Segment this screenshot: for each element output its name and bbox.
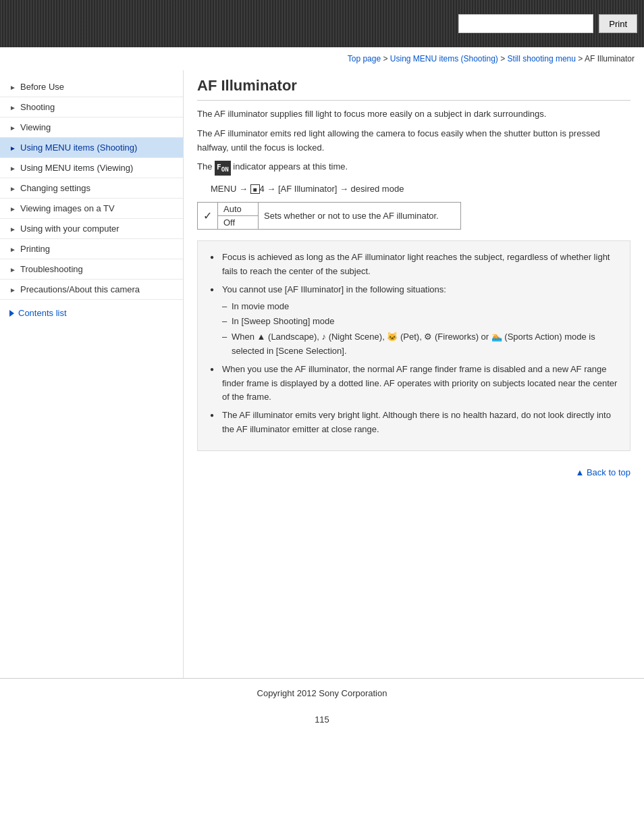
sidebar-item-label: Printing	[20, 244, 50, 254]
checkmark-icon: ✓	[203, 210, 212, 221]
breadcrumb-current: AF Illuminator	[585, 54, 635, 63]
note-sub-3: When ▲ (Landscape), ♪ (Night Scene), 🐱 (…	[222, 330, 618, 359]
chevron-right-icon: ►	[9, 165, 16, 172]
sidebar-item-using-computer[interactable]: ► Using with your computer	[0, 219, 183, 239]
header: Print	[0, 0, 644, 47]
back-to-top-link[interactable]: ▲ Back to top	[575, 467, 630, 477]
sidebar-item-label: Precautions/About this camera	[20, 284, 140, 294]
chevron-right-icon: ►	[9, 205, 16, 212]
copyright-text: Copyright 2012 Sony Corporation	[257, 688, 387, 698]
sidebar-item-viewing[interactable]: ► Viewing	[0, 118, 183, 138]
note-item-1: Focus is achieved as long as the AF illu…	[210, 251, 618, 279]
sidebar-item-viewing-tv[interactable]: ► Viewing images on a TV	[0, 199, 183, 219]
sidebar-item-label: Using MENU items (Shooting)	[20, 142, 137, 153]
sidebar-item-using-menu-shooting[interactable]: ► Using MENU items (Shooting)	[0, 138, 183, 158]
sidebar-item-troubleshooting[interactable]: ► Troubleshooting	[0, 259, 183, 280]
note-sub-1: In movie mode	[222, 300, 618, 314]
breadcrumb-using-menu[interactable]: Using MENU items (Shooting)	[390, 54, 498, 63]
back-to-top[interactable]: ▲ Back to top	[197, 462, 630, 483]
camera-icon: ■	[250, 184, 260, 194]
menu-path: MENU → ■4 → [AF Illuminator] → desired m…	[197, 184, 630, 194]
af-table: ✓ Auto Sets whether or not to use the AF…	[197, 202, 461, 230]
chevron-right-icon: ►	[9, 286, 16, 293]
footer: Copyright 2012 Sony Corporation	[0, 678, 644, 708]
sidebar-item-before-use[interactable]: ► Before Use	[0, 77, 183, 97]
sidebar-item-label: Shooting	[20, 102, 55, 112]
chevron-right-icon: ►	[9, 266, 16, 273]
sidebar-item-label: Troubleshooting	[20, 264, 83, 274]
chevron-right-icon: ►	[9, 226, 16, 232]
sidebar-item-label: Using with your computer	[20, 224, 119, 234]
note-box: Focus is achieved as long as the AF illu…	[197, 240, 630, 451]
sidebar-item-label: Viewing images on a TV	[20, 203, 115, 213]
intro-text-1: The AF illuminator supplies fill light t…	[197, 107, 630, 122]
option-auto: Auto	[218, 203, 259, 216]
breadcrumb-still-shooting[interactable]: Still shooting menu	[508, 54, 576, 63]
contents-list-label: Contents list	[18, 308, 67, 318]
option-off: Off	[218, 216, 259, 230]
sidebar-item-printing[interactable]: ► Printing	[0, 239, 183, 259]
sidebar-item-label: Viewing	[20, 122, 51, 132]
page-title: AF Illuminator	[197, 77, 630, 101]
arrow-right-icon	[9, 310, 14, 317]
sidebar-item-using-menu-viewing[interactable]: ► Using MENU items (Viewing)	[0, 158, 183, 178]
search-input[interactable]	[458, 14, 593, 33]
contents-list-link[interactable]: Contents list	[0, 300, 183, 326]
breadcrumb: Top page > Using MENU items (Shooting) >…	[0, 47, 644, 70]
chevron-right-icon: ►	[9, 124, 16, 131]
sidebar-item-shooting[interactable]: ► Shooting	[0, 97, 183, 118]
sidebar-item-precautions[interactable]: ► Precautions/About this camera	[0, 280, 183, 300]
chevron-right-icon: ►	[9, 145, 16, 151]
print-button[interactable]: Print	[599, 14, 637, 33]
note-item-3: When you use the AF illuminator, the nor…	[210, 363, 618, 405]
note-item-4: The AF illuminator emits very bright lig…	[210, 409, 618, 437]
sidebar-item-label: Using MENU items (Viewing)	[20, 163, 133, 173]
ion-indicator: FON	[215, 161, 231, 176]
option-description: Sets whether or not to use the AF illumi…	[259, 203, 461, 230]
sidebar: ► Before Use ► Shooting ► Viewing ► Usin…	[0, 70, 184, 678]
sidebar-item-changing-settings[interactable]: ► Changing settings	[0, 178, 183, 199]
main-content: AF Illuminator The AF illuminator suppli…	[184, 70, 644, 678]
chevron-right-icon: ►	[9, 84, 16, 90]
breadcrumb-top[interactable]: Top page	[348, 54, 381, 63]
note-item-2: You cannot use [AF Illuminator] in the f…	[210, 283, 618, 359]
sidebar-item-label: Changing settings	[20, 183, 90, 193]
indicator-text: indicator appears at this time.	[233, 161, 348, 172]
chevron-right-icon: ►	[9, 185, 16, 192]
page-number: 115	[0, 708, 644, 731]
chevron-right-icon: ►	[9, 104, 16, 111]
layout: ► Before Use ► Shooting ► Viewing ► Usin…	[0, 70, 644, 678]
note-sub-2: In [Sweep Shooting] mode	[222, 315, 618, 329]
checkmark-cell: ✓	[198, 203, 218, 230]
chevron-right-icon: ►	[9, 246, 16, 253]
indicator-line: The FON indicator appears at this time.	[197, 160, 630, 176]
sidebar-item-label: Before Use	[20, 82, 64, 92]
intro-text-2: The AF illuminator emits red light allow…	[197, 127, 630, 155]
